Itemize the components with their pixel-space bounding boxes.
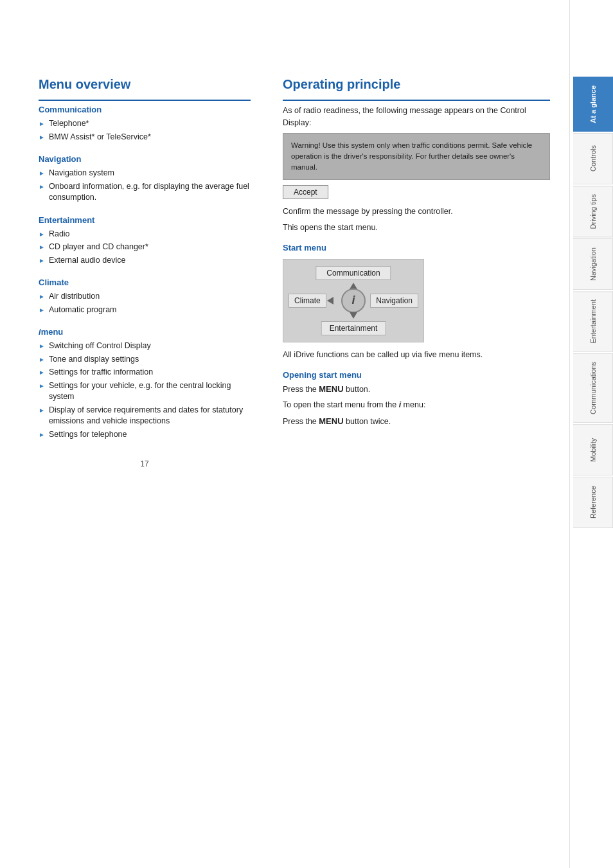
accept-button[interactable]: Accept bbox=[283, 185, 328, 199]
sidebar-tab-entertainment[interactable]: Entertainment bbox=[573, 291, 613, 351]
comm-item-1: Telephone* bbox=[49, 118, 89, 130]
right-column: Operating principle As of radio readines… bbox=[270, 77, 550, 842]
arrow-icon: ► bbox=[39, 243, 45, 252]
smd-climate: Climate bbox=[289, 294, 326, 308]
nav-item-2: Onboard information, e.g. for displaying… bbox=[49, 181, 251, 204]
confirm-text-1: Confirm the message by pressing the cont… bbox=[283, 206, 550, 218]
opening-line1-end: button. bbox=[344, 385, 371, 394]
communication-heading: Communication bbox=[39, 105, 251, 114]
smd-center: i bbox=[341, 288, 366, 313]
left-column: Menu overview Communication ► Telephone*… bbox=[39, 77, 251, 842]
ent-item-2: CD player and CD changer* bbox=[49, 242, 148, 253]
list-item: ► Settings for your vehicle, e.g. for th… bbox=[39, 380, 251, 403]
sidebar-tab-reference[interactable]: Reference bbox=[573, 477, 613, 528]
arrow-icon: ► bbox=[39, 292, 45, 301]
opening-line1: Press the MENU button. bbox=[283, 383, 550, 396]
all-idrive-text: All iDrive functions can be called up vi… bbox=[283, 349, 550, 361]
sidebar-tab-at-a-glance[interactable]: At a glance bbox=[573, 77, 613, 132]
list-item: ► Navigation system bbox=[39, 168, 251, 179]
imenu-item-1: Switching off Control Display bbox=[49, 341, 151, 352]
imenu-item-3: Settings for traffic information bbox=[49, 367, 153, 378]
imenu-item-2: Tone and display settings bbox=[49, 354, 139, 366]
list-item: ► Settings for telephone bbox=[39, 429, 251, 441]
smd-entertainment: Entertainment bbox=[321, 321, 386, 335]
list-item: ► Onboard information, e.g. for displayi… bbox=[39, 181, 251, 204]
smd-arrow-down-icon bbox=[350, 312, 357, 319]
list-item: ► Radio bbox=[39, 229, 251, 240]
navigation-heading: Navigation bbox=[39, 154, 251, 164]
arrow-icon: ► bbox=[39, 256, 45, 265]
left-divider bbox=[39, 100, 251, 101]
smd-arrow-left-icon bbox=[327, 297, 333, 305]
opening-line3-pre: Press the bbox=[283, 417, 319, 426]
arrow-icon: ► bbox=[39, 430, 45, 439]
intro-text: As of radio readiness, the following mes… bbox=[283, 105, 550, 129]
page-number: 17 bbox=[39, 459, 251, 468]
right-divider bbox=[283, 100, 550, 101]
sidebar: At a glance Controls Driving tips Naviga… bbox=[569, 0, 613, 868]
opening-line3-end: button twice. bbox=[344, 417, 391, 426]
sidebar-tab-controls[interactable]: Controls bbox=[573, 133, 613, 184]
imenu-item-5: Display of service requirements and date… bbox=[49, 405, 251, 427]
ent-item-1: Radio bbox=[49, 229, 70, 240]
sidebar-tab-communications[interactable]: Communications bbox=[573, 353, 613, 423]
sidebar-tab-mobility[interactable]: Mobility bbox=[573, 424, 613, 475]
right-title: Operating principle bbox=[283, 77, 550, 92]
ent-item-3: External audio device bbox=[49, 255, 126, 267]
arrow-icon: ► bbox=[39, 133, 45, 142]
start-menu-diagram: Communication Climate i Navigation Enter… bbox=[283, 259, 424, 342]
clim-item-1: Air distribution bbox=[49, 291, 100, 303]
list-item: ► Display of service requirements and da… bbox=[39, 405, 251, 427]
list-item: ► Switching off Control Display bbox=[39, 341, 251, 352]
main-content: Menu overview Communication ► Telephone*… bbox=[0, 0, 569, 868]
start-menu-heading: Start menu bbox=[283, 243, 550, 252]
list-item: ► Settings for traffic information bbox=[39, 367, 251, 378]
opening-line2-pre: To open the start menu from the bbox=[283, 400, 399, 409]
arrow-icon: ► bbox=[39, 406, 45, 415]
opening-line2: To open the start menu from the i menu: bbox=[283, 399, 550, 411]
opening-line3: Press the MENU button twice. bbox=[283, 415, 550, 428]
smd-navigation: Navigation bbox=[370, 294, 418, 308]
warning-box: Warning! Use this system only when traff… bbox=[283, 133, 550, 181]
clim-item-2: Automatic program bbox=[49, 305, 117, 316]
nav-item-1: Navigation system bbox=[49, 168, 114, 179]
menu-bold-2: MENU bbox=[319, 416, 343, 426]
comm-item-2: BMW Assist* or TeleService* bbox=[49, 132, 151, 143]
arrow-icon: ► bbox=[39, 230, 45, 239]
list-item: ► Telephone* bbox=[39, 118, 251, 130]
opening-line2-end: menu: bbox=[401, 400, 425, 409]
list-item: ► External audio device bbox=[39, 255, 251, 267]
list-item: ► CD player and CD changer* bbox=[39, 242, 251, 253]
list-item: ► Tone and display settings bbox=[39, 354, 251, 366]
list-item: ► BMW Assist* or TeleService* bbox=[39, 132, 251, 143]
climate-heading: Climate bbox=[39, 278, 251, 287]
confirm-text-2: This opens the start menu. bbox=[283, 222, 550, 234]
arrow-icon: ► bbox=[39, 355, 45, 364]
arrow-icon: ► bbox=[39, 306, 45, 315]
left-title: Menu overview bbox=[39, 77, 251, 92]
imenu-item-6: Settings for telephone bbox=[49, 429, 127, 441]
list-item: ► Air distribution bbox=[39, 291, 251, 303]
imenu-heading: imenu bbox=[39, 327, 251, 337]
opening-line1-pre: Press the bbox=[283, 385, 319, 394]
arrow-icon: ► bbox=[39, 382, 45, 391]
opening-heading: Opening start menu bbox=[283, 370, 550, 380]
entertainment-heading: Entertainment bbox=[39, 215, 251, 225]
smd-communication: Communication bbox=[315, 266, 391, 280]
arrow-icon: ► bbox=[39, 182, 45, 191]
sidebar-tab-driving-tips[interactable]: Driving tips bbox=[573, 186, 613, 237]
menu-bold-1: MENU bbox=[319, 384, 343, 394]
arrow-icon: ► bbox=[39, 342, 45, 351]
warning-text: Warning! Use this system only when traff… bbox=[291, 141, 532, 172]
imenu-label: menu bbox=[41, 327, 64, 337]
sidebar-tab-navigation[interactable]: Navigation bbox=[573, 238, 613, 290]
imenu-item-4: Settings for your vehicle, e.g. for the … bbox=[49, 380, 251, 403]
arrow-icon: ► bbox=[39, 169, 45, 178]
arrow-icon: ► bbox=[39, 120, 45, 128]
list-item: ► Automatic program bbox=[39, 305, 251, 316]
arrow-icon: ► bbox=[39, 368, 45, 377]
